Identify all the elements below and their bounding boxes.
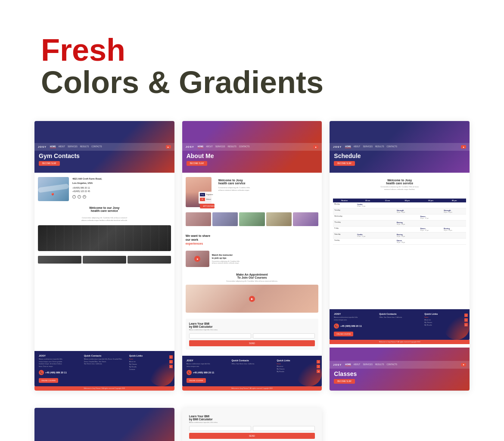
schedule-link-about[interactable]: About me <box>424 319 465 321</box>
schedule-hero: JOSY HOME ABOUT SERVICES RESULTS CONTACT… <box>330 121 470 173</box>
col-11am: 11 am <box>380 199 395 202</box>
about-card[interactable]: JOSY HOME ABOUT SERVICES RESULTS CONTACT… <box>182 121 322 390</box>
about-online-btn[interactable]: ONLINE COURSE <box>187 378 206 383</box>
schedule-footer-logo: JOSY <box>334 313 375 315</box>
class-boxing-thu: Boxing04 pm - 06 pm <box>395 220 419 227</box>
footer-link-about[interactable]: About me <box>129 361 170 363</box>
play-btn[interactable] <box>194 256 200 262</box>
appt-play-btn[interactable] <box>249 296 255 302</box>
bottom-right-card <box>330 408 470 441</box>
schedule-link-home[interactable]: Home <box>424 317 465 318</box>
about-footer-contacts-text: Office, San Street Jose, California. <box>232 363 273 366</box>
video-thumb[interactable] <box>186 251 209 267</box>
schedule-nav-services: SERVICES <box>363 146 373 148</box>
about-footer: JOSY Massa condimentum imperdiet felisme… <box>182 356 322 386</box>
footer-link-contact[interactable]: Contacts <box>129 369 170 370</box>
about-footer-link-about[interactable]: About me <box>277 366 317 367</box>
contacts-footer: JOSY Massa condimentum imperdiet felisme… <box>34 351 174 386</box>
about-footer-contacts-title: Quick Contacts <box>232 359 273 362</box>
footer-in-icon[interactable]: in <box>169 365 173 368</box>
day-sunday: Sunday <box>333 239 356 245</box>
schedule-hero-btn[interactable]: BECOME SLIM! <box>334 161 355 166</box>
contacts-hero: JOSY HOME ABOUT SERVICES RESULTS CONTACT… <box>34 121 174 173</box>
bottom-bmi-field-1[interactable] <box>189 426 251 431</box>
tw-icon: t <box>78 195 81 199</box>
about-badge-workout: W <box>200 198 205 201</box>
bmi-submit-btn[interactable]: SEND <box>189 340 315 346</box>
about-body: Prog Programme W Workout APPOINTMENT <box>182 173 322 354</box>
contacts-card[interactable]: JOSY HOME ABOUT SERVICES RESULTS CONTACT… <box>34 121 174 390</box>
footer-tw-icon[interactable]: t <box>169 360 173 363</box>
day-tuesday: Tuesday <box>333 208 356 214</box>
about-footer-desc: Massa condimentum imperdiet felismetus t… <box>187 363 227 368</box>
nav-about: ABOUT <box>59 146 65 148</box>
bottom-bmi-submit[interactable]: SEND <box>189 433 315 439</box>
fb-icon: f <box>72 195 76 199</box>
footer-link-home[interactable]: Home <box>129 358 170 360</box>
schedule-table-head: Routine 10 am 11 am 04 pm 06 pm 08 pm <box>333 199 466 202</box>
bottom-contacts-card[interactable]: JOSY HOME ABOUT SERVICES RESULTS CONTACT… <box>34 408 174 441</box>
footer-link-results[interactable]: My Results <box>129 366 170 368</box>
bottom-bmi-field-2[interactable] <box>253 426 315 431</box>
schedule-tw-icon[interactable]: t <box>464 318 468 322</box>
gym-thumb-3 <box>128 256 171 264</box>
about-hero-btn[interactable]: BECOME SLIM! <box>187 161 208 166</box>
schedule-fb-icon[interactable]: f <box>464 314 468 317</box>
schedule-welcome: Welcome to Josyhealth care service Conse… <box>333 177 466 191</box>
footer-link-classes[interactable]: My Classes <box>129 363 170 365</box>
about-badge-prog: Prog <box>200 193 205 196</box>
about-overlay-row1: Prog Programme <box>200 193 215 196</box>
footer-fb-icon[interactable]: f <box>169 355 173 359</box>
footer-desc: Massa condimentum imperdiet felismetus t… <box>39 358 80 368</box>
photo-5 <box>293 212 318 226</box>
about-appt-btn[interactable]: APPOINTMENT <box>200 204 215 208</box>
about-nav-results: RESULTS <box>227 146 236 148</box>
footer-logo: JOSY <box>39 354 80 357</box>
table-row: Saturday Cardio10 am - 11 pm Boxing04 pm… <box>333 233 466 239</box>
table-row: Friday Dance06 pm - 07 pm Boxing08 pm - … <box>333 227 466 233</box>
day-thursday: Thursday <box>333 220 356 227</box>
footer-online-btn[interactable]: ONLINE COURSE <box>39 378 58 383</box>
about-nav: JOSY HOME ABOUT SERVICES RESULTS CONTACT… <box>182 143 322 151</box>
col-6pm: 06 pm <box>419 199 443 202</box>
about-footer-fb-icon[interactable]: f <box>317 360 320 363</box>
about-footer-link-results[interactable]: My Results <box>277 371 317 373</box>
share-section: We want to shareour work experiences <box>186 234 319 245</box>
schedule-in-icon[interactable]: in <box>464 323 468 326</box>
bmi-field-1[interactable] <box>189 333 251 339</box>
about-phone-icon: 📞 <box>187 370 192 375</box>
contact-details: 4621 Hill Croft Farm Road,Los Angeles, U… <box>72 177 102 199</box>
photo-3 <box>239 212 264 226</box>
classes-hero-btn[interactable]: BECOME SLIM! <box>334 379 355 384</box>
contacts-welcome-text: Consectetur adipiscing elit. Curabitur f… <box>38 217 171 222</box>
schedule-nav: JOSY HOME ABOUT SERVICES RESULTS CONTACT… <box>330 143 470 151</box>
bottom-about-card[interactable]: Learn Your BMIby BMI Calculator Massa co… <box>182 408 322 441</box>
about-footer-link-home[interactable]: Home <box>277 363 317 365</box>
contacts-hero-btn[interactable]: BECOME SLIM! <box>39 161 60 166</box>
classes-hero-title: Classes <box>330 370 470 377</box>
main-container: Fresh Colors & Gradients JOSY HOME ABOUT… <box>0 0 504 441</box>
schedule-link-results[interactable]: My Results <box>424 324 465 326</box>
classes-nav-contacts: CONTACTS <box>386 363 397 366</box>
footer-links-title: Quick Links <box>129 354 170 357</box>
about-nav-home: HOME <box>198 146 204 148</box>
yt-icon-about <box>313 145 318 149</box>
about-welcome-row: Prog Programme W Workout APPOINTMENT <box>186 177 319 207</box>
about-footer-link-classes[interactable]: My Classes <box>277 368 317 370</box>
appt-sub: Consectetur adipiscing elit. Curabitur f… <box>186 280 319 282</box>
classes-nav-results: RESULTS <box>375 363 384 366</box>
schedule-footer-desc: Massa condimentum imperdiet felismetus t… <box>334 317 375 321</box>
schedule-link-classes[interactable]: My Classes <box>424 322 465 323</box>
about-nav-links: HOME ABOUT SERVICES RESULTS CONTACTS <box>198 146 310 148</box>
bmi-fields <box>189 333 315 339</box>
about-footer-in-icon[interactable]: in <box>317 370 320 373</box>
schedule-online-btn[interactable]: ONLINE COURSE <box>334 332 353 336</box>
schedule-nav-about: ABOUT <box>354 146 361 148</box>
bmi-field-2[interactable] <box>253 333 315 339</box>
schedule-card[interactable]: JOSY HOME ABOUT SERVICES RESULTS CONTACT… <box>330 121 470 390</box>
about-footer-tw-icon[interactable]: t <box>317 365 320 368</box>
schedule-nav-links: HOME ABOUT SERVICES RESULTS CONTACTS <box>345 146 457 148</box>
share-highlight: experiences <box>186 242 203 245</box>
classes-nav-logo: JOSY <box>333 363 342 366</box>
schedule-table-body: Monday Cardio10 am - 11 pm Tuesday Stren… <box>333 202 466 245</box>
